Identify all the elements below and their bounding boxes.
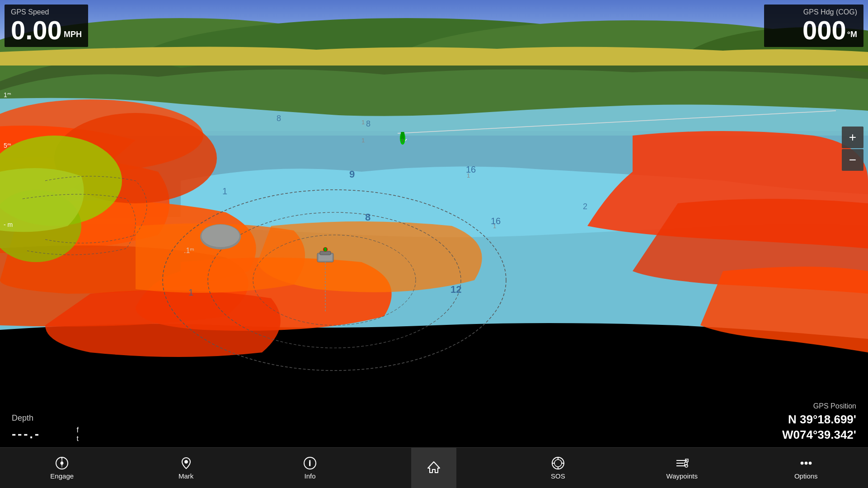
- svg-rect-35: [319, 254, 332, 261]
- svg-text:2: 2: [583, 202, 587, 211]
- nav-item-sos[interactable]: SOS: [535, 448, 581, 488]
- svg-text:1: 1: [188, 287, 193, 297]
- gps-heading-widget: GPS Hdg (COG) 000 °M: [764, 5, 863, 47]
- nav-label-sos: SOS: [551, 472, 565, 480]
- svg-text:1: 1: [493, 223, 496, 230]
- svg-text:12: 12: [450, 284, 461, 295]
- gps-speed-value: 0.00: [11, 17, 62, 43]
- nav-label-waypoints: Waypoints: [666, 472, 698, 480]
- svg-rect-32: [401, 132, 404, 139]
- svg-text:1: 1: [467, 172, 470, 179]
- nav-item-info[interactable]: i Info: [287, 448, 333, 488]
- depth-widget: Depth - - - . - f t: [5, 409, 86, 447]
- gps-speed-widget: GPS Speed 0.00 MPH: [5, 5, 88, 47]
- nav-item-engage[interactable]: Engage: [39, 448, 84, 488]
- svg-point-29: [202, 225, 239, 247]
- depth-value: - - - . -: [12, 427, 74, 441]
- compass-icon: [55, 456, 69, 470]
- sos-icon: [551, 456, 565, 470]
- svg-marker-50: [428, 462, 440, 473]
- gps-position-widget: GPS Position N 39°18.699' W074°39.342': [755, 398, 863, 447]
- pin-icon: [179, 456, 193, 470]
- nav-label-info: Info: [305, 472, 316, 480]
- svg-point-63: [801, 462, 803, 465]
- svg-text:.1ᵐ: .1ᵐ: [184, 247, 194, 254]
- svg-text:8: 8: [277, 114, 281, 123]
- svg-point-65: [809, 462, 812, 465]
- waypoints-icon: [675, 456, 689, 470]
- nav-label-options: Options: [794, 472, 818, 480]
- options-icon: [799, 456, 813, 470]
- svg-text:8: 8: [366, 119, 371, 128]
- nav-item-waypoints[interactable]: Waypoints: [659, 448, 704, 488]
- home-icon: [427, 460, 441, 474]
- gps-heading-unit: °M: [847, 30, 857, 40]
- nav-item-options[interactable]: Options: [784, 448, 829, 488]
- svg-text:8: 8: [365, 211, 371, 223]
- svg-point-47: [184, 460, 188, 464]
- nav-item-mark[interactable]: Mark: [164, 448, 209, 488]
- gps-speed-unit: MPH: [64, 30, 82, 40]
- svg-text:1: 1: [361, 137, 365, 144]
- gps-position-label: GPS Position: [762, 402, 856, 410]
- map-container[interactable]: 9 8 12 16 16 8 8 1 1 2 .1ᵐ 1 1 1 1: [0, 0, 868, 447]
- nav-label-engage: Engage: [50, 472, 74, 480]
- depth-unit: f t: [77, 426, 79, 443]
- gps-lon: W074°39.342': [762, 427, 856, 443]
- svg-text:9: 9: [349, 169, 355, 180]
- info-icon: i: [303, 456, 317, 470]
- svg-rect-36: [320, 251, 331, 255]
- navigation-bar: Engage Mark i Info SOS: [0, 447, 868, 488]
- nav-item-home[interactable]: [411, 448, 456, 488]
- zoom-out-button[interactable]: −: [842, 149, 863, 171]
- gps-heading-value: 000: [802, 17, 846, 43]
- svg-point-52: [554, 460, 562, 467]
- svg-text:1ᵐ: 1ᵐ: [4, 91, 11, 99]
- zoom-controls: + −: [842, 127, 863, 171]
- zoom-in-button[interactable]: +: [842, 127, 863, 148]
- nav-label-mark: Mark: [178, 472, 193, 480]
- svg-rect-38: [324, 248, 327, 251]
- svg-text:- m: - m: [4, 221, 13, 228]
- svg-text:5ᵐ: 5ᵐ: [4, 142, 11, 149]
- depth-label: Depth: [12, 413, 79, 423]
- svg-point-45: [61, 462, 63, 465]
- svg-text:1: 1: [361, 119, 365, 126]
- svg-text:i: i: [309, 460, 311, 467]
- svg-point-64: [805, 462, 807, 465]
- gps-lat: N 39°18.699': [762, 412, 856, 427]
- svg-text:1: 1: [222, 186, 227, 196]
